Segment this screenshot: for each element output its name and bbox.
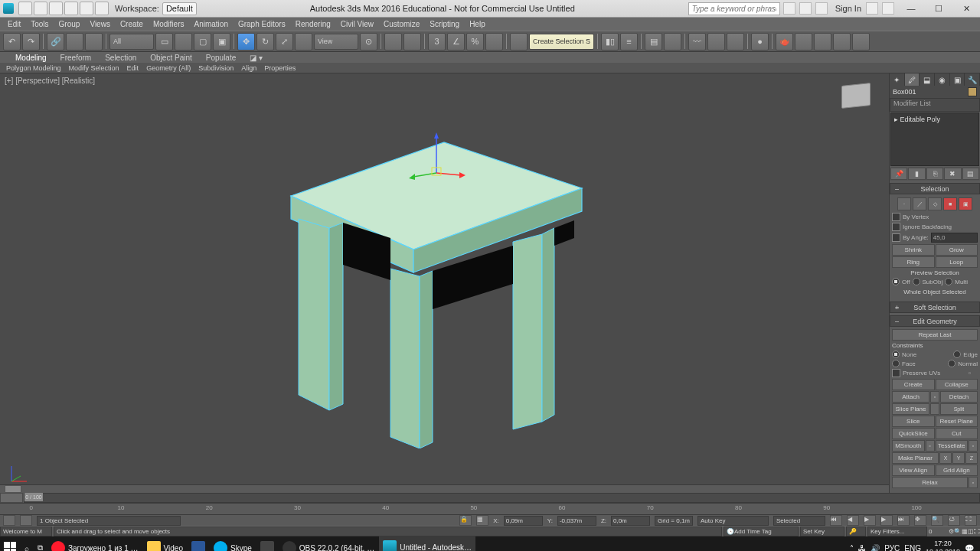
tray-lang2[interactable]: ENG xyxy=(904,544,921,552)
angle-snap-icon[interactable]: ∠ xyxy=(447,33,465,51)
time-slider-knob[interactable]: 0 / 100 xyxy=(24,493,43,501)
abs-rel-icon[interactable]: ▦ xyxy=(476,515,488,526)
menu-views[interactable]: Views xyxy=(90,20,110,28)
byangle-checkbox[interactable] xyxy=(892,233,900,242)
attach-button[interactable]: Attach xyxy=(892,391,929,403)
ribbon-populate[interactable]: Populate xyxy=(206,54,236,62)
coord-z-field[interactable]: 0,0m xyxy=(611,516,650,526)
favorites-icon[interactable] xyxy=(799,2,812,15)
spinner-snap-icon[interactable] xyxy=(485,33,503,51)
autokey-button[interactable]: Auto Key xyxy=(697,516,769,526)
exchange-icon[interactable] xyxy=(866,2,878,15)
constraint-normal-radio[interactable] xyxy=(948,360,956,367)
select-move-icon[interactable]: ✥ xyxy=(237,33,255,51)
layers-icon[interactable]: ▤ xyxy=(645,33,662,51)
start-button[interactable] xyxy=(0,537,20,551)
ribbon-expand-icon[interactable]: ◪ ▾ xyxy=(250,54,263,62)
manipulate-icon[interactable] xyxy=(384,33,402,51)
modifier-list-dropdown[interactable]: Modifier List xyxy=(890,98,980,112)
play-prev-icon[interactable]: ◀ xyxy=(847,515,859,526)
maximize-button[interactable]: ☐ xyxy=(925,0,952,17)
menu-edit[interactable]: Edit xyxy=(8,20,21,28)
stack-pin-icon[interactable]: 📌 xyxy=(890,168,907,180)
unlink-icon[interactable] xyxy=(66,33,83,51)
nav-fov-icon[interactable]: ◫ xyxy=(968,528,974,535)
nav-zoom2-icon[interactable]: 🔍 xyxy=(954,528,962,535)
align-icon[interactable]: ≡ xyxy=(620,33,638,51)
object-color-swatch[interactable] xyxy=(968,87,977,96)
mirror-icon[interactable]: ▮▯ xyxy=(601,33,619,51)
layer-explorer-icon[interactable] xyxy=(664,33,681,51)
window-crossing-icon[interactable]: ▣ xyxy=(213,33,230,51)
gridalign-button[interactable]: Grid Align xyxy=(936,465,978,476)
render-icon[interactable] xyxy=(814,33,831,51)
cut-button[interactable]: Cut xyxy=(936,428,978,439)
preserveuv-checkbox[interactable] xyxy=(892,369,900,377)
planar-x-button[interactable]: X xyxy=(939,452,952,464)
render-frame-icon[interactable] xyxy=(795,33,812,51)
tray-network-icon[interactable]: 🖧 xyxy=(858,544,866,552)
sliceplane-button[interactable]: Slice Plane xyxy=(892,403,929,415)
taskbar-skype[interactable]: Skype xyxy=(210,537,256,551)
rollout-softselection[interactable]: +Soft Selection xyxy=(890,302,980,313)
menu-tools[interactable]: Tools xyxy=(31,20,48,28)
isolate-icon[interactable] xyxy=(20,515,32,526)
preview-multi-radio[interactable] xyxy=(945,278,952,285)
select-scale-icon[interactable]: ⤢ xyxy=(276,33,293,51)
loop-button[interactable]: Loop xyxy=(936,256,978,268)
planar-z-button[interactable]: Z xyxy=(965,452,978,464)
nav-orbit-icon[interactable]: ⭯ xyxy=(948,515,960,526)
viewport-scrollbar[interactable] xyxy=(0,484,889,493)
qat-new-icon[interactable] xyxy=(18,2,32,15)
tray-volume-icon[interactable]: 🔊 xyxy=(871,544,880,552)
menu-animation[interactable]: Animation xyxy=(194,20,227,28)
ribbon-properties[interactable]: Properties xyxy=(264,64,296,72)
qat-open-icon[interactable] xyxy=(34,2,47,15)
detach-button[interactable]: Detach xyxy=(940,391,978,403)
create-button[interactable]: Create xyxy=(892,379,935,390)
percent-snap-icon[interactable]: % xyxy=(466,33,484,51)
taskbar-app1[interactable] xyxy=(256,537,278,551)
constraint-face-radio[interactable] xyxy=(892,360,900,367)
modifier-stack[interactable]: ▸ Editable Poly xyxy=(890,112,979,166)
keyboard-shortcut-icon[interactable] xyxy=(403,33,421,51)
ribbon-modeling[interactable]: Modeling xyxy=(15,54,47,62)
material-editor-icon[interactable]: ● xyxy=(751,33,769,51)
viewport-perspective[interactable]: [+] [Perspective] [Realistic] xyxy=(0,73,889,493)
tray-chevron-icon[interactable]: ˄ xyxy=(850,544,854,552)
selected-filter-dropdown[interactable]: Selected xyxy=(773,516,825,526)
coord-y-field[interactable]: -0,037m xyxy=(557,516,596,526)
timeline-ruler[interactable]: 0 10 20 30 40 50 60 70 80 90 100 xyxy=(0,503,980,514)
ribbon-freeform[interactable]: Freeform xyxy=(60,54,92,62)
coord-x-field[interactable]: 0,09m xyxy=(504,516,543,526)
render-setup-icon[interactable]: 🫖 xyxy=(776,33,793,51)
preserveuv-settings-button[interactable]: ▫ xyxy=(969,370,978,377)
collapse-button[interactable]: Collapse xyxy=(936,379,978,390)
tray-clock[interactable]: 17:2019.12.2018 xyxy=(926,540,960,551)
select-place-icon[interactable] xyxy=(295,33,312,51)
tessellate-button[interactable]: Tessellate xyxy=(936,440,969,452)
time-config-icon[interactable] xyxy=(0,493,23,503)
quickslice-button[interactable]: QuickSlice xyxy=(892,428,935,439)
msmooth-button[interactable]: MSmooth xyxy=(892,440,925,452)
constraint-edge-radio[interactable] xyxy=(953,350,961,358)
redo-icon[interactable]: ↷ xyxy=(22,33,40,51)
bind-icon[interactable] xyxy=(85,33,103,51)
subobj-edge-icon[interactable]: ／ xyxy=(913,197,926,210)
taskbar-video-folder[interactable]: Video xyxy=(143,537,187,551)
taskbar-word[interactable] xyxy=(188,537,209,551)
planar-y-button[interactable]: Y xyxy=(952,452,965,464)
ribbon-subdivision[interactable]: Subdivision xyxy=(198,64,234,72)
ribbon-geometry[interactable]: Geometry (All) xyxy=(146,64,191,72)
workspace-dropdown[interactable]: Default xyxy=(162,2,197,15)
play-end-icon[interactable]: ⏭ xyxy=(897,515,910,526)
tray-notifications-icon[interactable]: 💬 xyxy=(965,544,974,552)
tray-lang[interactable]: РУС xyxy=(884,544,900,552)
taskbar-obs[interactable]: OBS 22.0.2 (64-bit, … xyxy=(279,537,378,551)
link-icon[interactable]: 🔗 xyxy=(47,33,64,51)
stack-show-icon[interactable]: ▮ xyxy=(908,168,925,180)
subobj-border-icon[interactable]: ◇ xyxy=(928,197,942,210)
edit-selection-set-icon[interactable] xyxy=(510,33,528,51)
subobj-element-icon[interactable]: ▣ xyxy=(959,197,972,210)
qat-save-icon[interactable] xyxy=(49,2,63,15)
